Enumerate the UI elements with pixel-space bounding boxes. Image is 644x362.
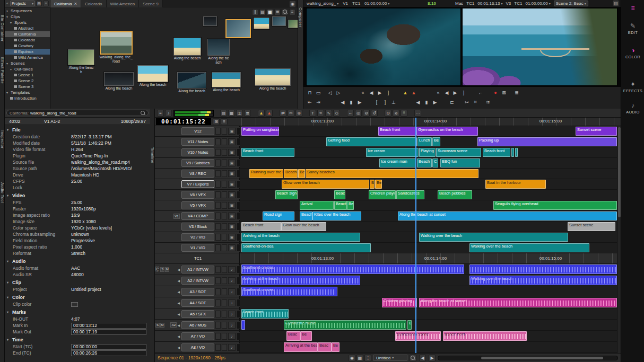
timeline-clip-southend-on-sea[interactable]: Southend-on-sea bbox=[241, 264, 464, 274]
sidebar-item-sports[interactable]: ▾Sports bbox=[5, 20, 50, 25]
value-box[interactable]: 00:00:26:26 bbox=[71, 350, 146, 356]
footer-search-icon[interactable] bbox=[410, 355, 416, 361]
track-control-b[interactable] bbox=[222, 322, 227, 329]
track-control-b[interactable] bbox=[222, 277, 227, 284]
track-lane-v2[interactable]: Arriving at the beachWalking over the be… bbox=[240, 232, 617, 242]
collapse-panel-icon[interactable]: « bbox=[5, 2, 10, 5]
timeline-clip-beac[interactable]: Beac bbox=[318, 342, 332, 352]
bin-container-tab[interactable]: Bin Container bbox=[0, 15, 5, 42]
disclosure-triangle-icon[interactable]: ▾ bbox=[7, 194, 10, 197]
audio-waveform-icon[interactable]: ∿ bbox=[325, 110, 332, 117]
sidebar-item-scenes[interactable]: ▾Scenes bbox=[5, 60, 50, 66]
monitor-control-tc1[interactable]: TC1 bbox=[352, 1, 360, 6]
split-icon[interactable]: ◫ bbox=[236, 110, 243, 117]
bin-tab-wild-america[interactable]: Wild America bbox=[107, 0, 140, 7]
track-lane-a6[interactable]: Gymnastic musicB bbox=[240, 320, 617, 330]
bin-menu-icon[interactable]: ≡ bbox=[289, 9, 295, 15]
go-to-end-button[interactable]: ⇥ bbox=[314, 99, 323, 106]
timeline-clip-packing-up[interactable]: Packing up bbox=[477, 137, 617, 146]
step-backward-2-button[interactable]: ◀ bbox=[442, 89, 451, 96]
solo-button[interactable]: S bbox=[155, 323, 160, 328]
timeline-clip-along-the-beach-at-sunset[interactable]: Along the beach at sunset bbox=[398, 211, 617, 220]
track-control-b[interactable] bbox=[222, 244, 227, 251]
timeline-clip-suncream-scene[interactable]: Suncream scene bbox=[436, 148, 481, 157]
overwrite-icon[interactable]: ▲ bbox=[266, 110, 273, 117]
new-bin-icon[interactable]: ▤ bbox=[36, 1, 42, 6]
tc-menu-icon[interactable]: ≡ bbox=[221, 118, 228, 125]
track-control-a[interactable] bbox=[215, 191, 221, 198]
track-button-v12[interactable]: V12 bbox=[181, 127, 214, 135]
track-button-a1[interactable]: A1 / INTVW bbox=[181, 266, 214, 273]
bin-preset-dropdown[interactable]: Untitled ▾ bbox=[373, 355, 407, 361]
track-lane-a5[interactable]: Beach front bbox=[240, 308, 617, 319]
timeline-clip-beach-front[interactable]: Beach front bbox=[483, 148, 510, 157]
timeline-clip-c[interactable]: C bbox=[432, 158, 438, 167]
close-gap-button[interactable]: ⊠ bbox=[500, 89, 508, 96]
track-control-b[interactable] bbox=[222, 170, 227, 177]
bin-clip-along-the-beach[interactable]: Along the beach bbox=[255, 68, 291, 91]
section-header-file[interactable]: ▾File bbox=[5, 126, 150, 134]
audio-tool-tab[interactable]: Audio Tool bbox=[0, 182, 5, 203]
section-header-audio[interactable]: ▾Audio bbox=[5, 258, 150, 265]
timeline-clip-ice-cream-man[interactable]: Ice cream man bbox=[379, 158, 416, 167]
tc-grid-icon[interactable]: ⊞ bbox=[213, 118, 220, 125]
workspace-color[interactable]: ◑COLOR bbox=[621, 47, 644, 59]
timeline-clip-be[interactable]: Be bbox=[432, 137, 440, 146]
track-lane-a7[interactable]: BeacBeSunscream sceneBeach front bbox=[240, 331, 617, 341]
play-left-button[interactable]: ◁ bbox=[326, 89, 334, 96]
track-monitor-button[interactable]: ▣ bbox=[228, 181, 236, 188]
workspace-effects[interactable]: ✦EFFECTS bbox=[621, 81, 644, 93]
timeline-clip-road-sign[interactable]: Road sign bbox=[263, 211, 294, 220]
track-control-a[interactable] bbox=[215, 213, 221, 219]
track-control-a[interactable] bbox=[215, 244, 221, 251]
inspector-tab[interactable]: Inspector bbox=[0, 130, 5, 148]
section-header-video[interactable]: ▾Video bbox=[5, 192, 150, 199]
track-control-b[interactable] bbox=[222, 202, 227, 209]
track-monitor-button[interactable]: ♪ bbox=[228, 311, 236, 317]
timeline-clip-b[interactable]: B bbox=[407, 320, 412, 330]
track-monitor-button[interactable]: ▣ bbox=[228, 202, 236, 209]
track-lane-v8[interactable]: Running over the beachBeachBeSandy beach… bbox=[240, 169, 617, 179]
vertical-scrollbar-thumb[interactable] bbox=[618, 127, 621, 217]
track-lane-v1[interactable]: Southend-on-seaWalking over the beach bbox=[240, 243, 617, 253]
monitor-control-walking-along[interactable]: walking_along_▾ bbox=[307, 1, 338, 6]
clip-color-swatch[interactable] bbox=[71, 302, 78, 307]
bin-clip-walking-along-the-road[interactable]: walking_along_the_road bbox=[100, 31, 133, 64]
track-monitor-button[interactable]: ▣ bbox=[228, 170, 236, 177]
composer-menu-button[interactable]: ≣ bbox=[512, 89, 521, 96]
monitor-control-v3[interactable]: V3 bbox=[506, 1, 511, 6]
timeline-clip-sunscream-scene[interactable]: Sunscream scene bbox=[395, 331, 441, 341]
track-button-v1[interactable]: V1 / VID bbox=[181, 244, 214, 252]
track-monitor-button[interactable]: ▣ bbox=[228, 244, 236, 251]
timeline-menu-icon[interactable]: ≡ bbox=[157, 110, 164, 117]
sidebar-item-cowboy[interactable]: Cowboy bbox=[5, 43, 50, 49]
section-header-marks[interactable]: ▾Marks bbox=[5, 308, 150, 316]
timeline-clip-be[interactable]: Be bbox=[347, 201, 354, 210]
pause-2-button[interactable]: ▮ bbox=[422, 99, 431, 106]
timeline-clip-be[interactable]: Be bbox=[375, 180, 382, 189]
track-control-a[interactable] bbox=[215, 223, 221, 230]
track-button-tc1[interactable]: TC1 bbox=[181, 254, 214, 262]
mark-clip-button[interactable]: ⊥ bbox=[389, 99, 398, 106]
pause-button[interactable]: ▮ bbox=[347, 99, 355, 106]
section-header-time[interactable]: ▾Time bbox=[5, 336, 150, 343]
patch-arrow-icon[interactable]: ◀ bbox=[177, 290, 180, 294]
monitor-control-tc1[interactable]: TC1 bbox=[466, 1, 474, 6]
timeline-ruler[interactable]: 00:01:13:0000:01:14:0000:01:15:00 bbox=[240, 118, 621, 126]
track-monitor-button[interactable]: ♪ bbox=[228, 266, 236, 273]
track-monitor-button[interactable]: ▣ bbox=[228, 213, 236, 219]
sidebar-item-abstract[interactable]: Abstract bbox=[5, 25, 50, 31]
timeline-clip-be[interactable]: Be bbox=[300, 331, 312, 341]
footer-more-icon[interactable]: ⋮ bbox=[364, 355, 371, 361]
track-lane-tc1[interactable]: 00:01:13:0000:01:14:0000:01:15:00 bbox=[240, 253, 617, 263]
track-control-a[interactable] bbox=[215, 181, 221, 188]
disclosure-triangle-icon[interactable]: ▾ bbox=[6, 10, 10, 13]
timeline-clip-putting-on-sunglasses[interactable]: Putting on sunglasses bbox=[241, 127, 279, 136]
track-control-a[interactable] bbox=[215, 138, 221, 145]
timeline-clip-segment[interactable] bbox=[241, 320, 245, 330]
bin-clip-untitled[interactable] bbox=[288, 20, 298, 28]
track-button-a7[interactable]: A7 / VO bbox=[181, 332, 214, 340]
track-control-b[interactable] bbox=[222, 181, 227, 188]
timeline-clip-children-playing[interactable]: Children playing bbox=[382, 298, 417, 307]
timeline-clip-running-over-the-beach[interactable]: Running over the beach bbox=[249, 169, 283, 178]
